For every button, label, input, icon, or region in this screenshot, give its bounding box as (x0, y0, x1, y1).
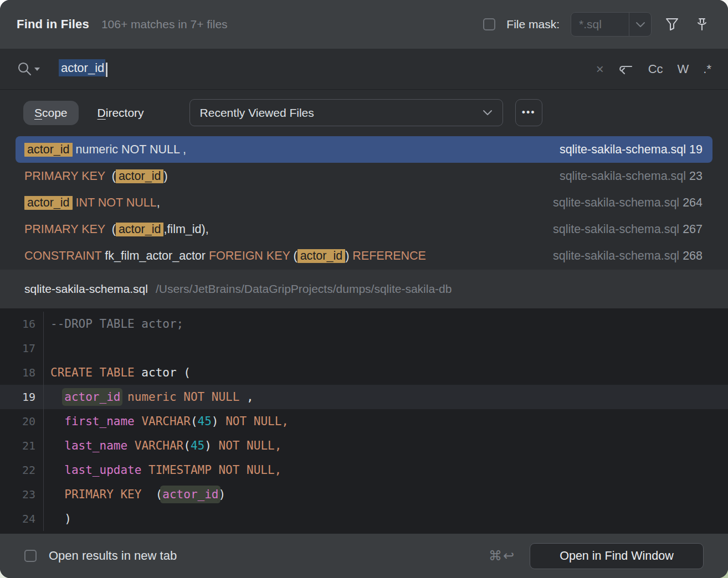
code-token: numeric NOT NULL , (73, 143, 187, 156)
clear-search-icon[interactable]: × (596, 61, 604, 77)
filter-icon[interactable] (663, 15, 681, 34)
scope-select-value: Recently Viewed Files (200, 106, 477, 120)
file-header[interactable]: sqlite-sakila-schema.sql /Users/JetBrain… (0, 270, 728, 308)
result-text: actor_id INT NOT NULL, (24, 196, 160, 210)
code-token: 45 (191, 439, 204, 452)
file-mask-checkbox[interactable] (483, 18, 495, 30)
chevron-down-icon (483, 110, 493, 116)
match-highlight: actor_id (24, 143, 73, 157)
search-query: actor_id (59, 59, 105, 76)
line-number: 17 (0, 342, 43, 355)
search-input[interactable]: actor_id (59, 61, 107, 77)
code-text: PRIMARY KEY (actor_id) (44, 488, 225, 501)
file-mask-label: File mask: (506, 18, 560, 31)
code-token: VARCHAR (135, 439, 184, 452)
code-text: last_name VARCHAR(45) NOT NULL, (44, 439, 281, 452)
code-line: 22 last_update TIMESTAMP NOT NULL, (0, 458, 728, 482)
result-row[interactable]: PRIMARY KEY (actor_id,film_id),sqlite-sa… (16, 216, 712, 242)
line-number: 16 (0, 317, 43, 331)
result-file-label: sqlite-sakila-schema.sql 264 (546, 196, 703, 210)
result-file-label: sqlite-sakila-schema.sql 19 (553, 143, 703, 157)
search-icon[interactable] (17, 61, 40, 78)
more-options-button[interactable]: ••• (515, 99, 542, 126)
code-token: ) (50, 512, 71, 525)
tab-directory[interactable]: Directory (98, 106, 144, 120)
open-in-find-window-button[interactable]: Open in Find Window (530, 543, 704, 569)
result-text: PRIMARY KEY (actor_id,film_id), (24, 223, 209, 236)
result-text: PRIMARY KEY (actor_id) (24, 169, 168, 183)
code-text: first_name VARCHAR(45) NOT NULL, (44, 415, 289, 428)
match-summary: 106+ matches in 7+ files (101, 18, 228, 31)
pin-icon[interactable] (693, 15, 711, 34)
code-token: ) (163, 169, 167, 183)
code-token (135, 415, 142, 428)
scope-bar: Scope Directory Recently Viewed Files ••… (0, 90, 728, 136)
dialog-title: Find in Files (17, 17, 89, 32)
insert-newline-icon[interactable] (618, 63, 634, 76)
code-token (212, 439, 219, 452)
match-highlight: actor_id (298, 249, 346, 263)
code-token (141, 463, 148, 477)
line-number: 22 (0, 463, 43, 477)
results-list: actor_id numeric NOT NULL ,sqlite-sakila… (0, 136, 728, 270)
title-bar: Find in Files 106+ matches in 7+ files F… (0, 0, 728, 49)
file-name: sqlite-sakila-schema.sql (24, 282, 148, 296)
open-results-label: Open results in new tab (49, 549, 177, 563)
result-row[interactable]: PRIMARY KEY (actor_id)sqlite-sakila-sche… (16, 163, 712, 189)
code-token: , (239, 390, 253, 404)
open-results-checkbox[interactable] (24, 550, 37, 562)
whole-words-toggle[interactable]: W (678, 62, 689, 76)
code-token: ) (204, 439, 212, 452)
code-token: CONSTRAINT (24, 249, 101, 262)
regex-toggle[interactable]: .* (703, 62, 711, 76)
match-highlight: actor_id (116, 223, 164, 236)
code-line: 24 ) (0, 507, 728, 531)
code-token: numeric NOT NULL (127, 390, 239, 404)
line-number: 19 (0, 390, 43, 404)
result-file-label: sqlite-sakila-schema.sql 23 (553, 169, 703, 183)
code-token: , (157, 196, 160, 209)
line-number: 18 (0, 366, 43, 379)
file-mask-value: *.sql (571, 13, 629, 36)
code-token: actor ( (135, 366, 191, 379)
line-number: 24 (0, 512, 43, 525)
code-token: PRIMARY KEY (24, 169, 105, 183)
scope-select[interactable]: Recently Viewed Files (189, 99, 503, 126)
match-highlight: actor_id (24, 196, 73, 210)
code-token (219, 415, 226, 428)
match-case-toggle[interactable]: Cc (648, 62, 663, 76)
code-token: ) (218, 488, 225, 501)
code-token (50, 390, 64, 404)
footer-bar: Open results in new tab ⌘↩ Open in Find … (0, 534, 728, 578)
code-line: 17 (0, 336, 728, 360)
line-number: 23 (0, 488, 43, 501)
code-token: actor_id (64, 390, 120, 404)
text-caret (106, 63, 107, 77)
code-token: fk_film_actor_actor (101, 249, 209, 262)
file-mask-combo[interactable]: *.sql (571, 12, 652, 37)
code-line: 19 actor_id numeric NOT NULL , (0, 385, 728, 409)
code-token: ( (105, 169, 116, 183)
code-token: REFERENCE (352, 249, 426, 262)
tab-scope[interactable]: Scope (23, 101, 79, 125)
code-token: ( (191, 415, 198, 428)
code-line: 23 PRIMARY KEY (actor_id) (0, 482, 728, 507)
code-token (50, 463, 64, 477)
code-token (50, 439, 64, 452)
code-token (127, 439, 135, 452)
code-token: ) (345, 249, 352, 262)
code-token: INT NOT NULL (75, 196, 156, 209)
result-row[interactable]: CONSTRAINT fk_film_actor_actor FOREIGN K… (16, 242, 712, 269)
code-token: actor_id (162, 488, 218, 501)
line-number: 21 (0, 439, 43, 452)
code-preview[interactable]: 16--DROP TABLE actor;1718CREATE TABLE ac… (0, 308, 728, 534)
code-token: 45 (198, 415, 212, 428)
chevron-down-icon[interactable] (629, 13, 651, 36)
code-token (50, 415, 64, 428)
code-text: last_update TIMESTAMP NOT NULL, (44, 463, 281, 477)
result-row[interactable]: actor_id numeric NOT NULL ,sqlite-sakila… (16, 136, 712, 163)
result-row[interactable]: actor_id INT NOT NULL,sqlite-sakila-sche… (16, 189, 712, 216)
code-line: 18CREATE TABLE actor ( (0, 360, 728, 385)
code-token: ( (105, 223, 116, 236)
result-text: CONSTRAINT fk_film_actor_actor FOREIGN K… (24, 249, 426, 263)
